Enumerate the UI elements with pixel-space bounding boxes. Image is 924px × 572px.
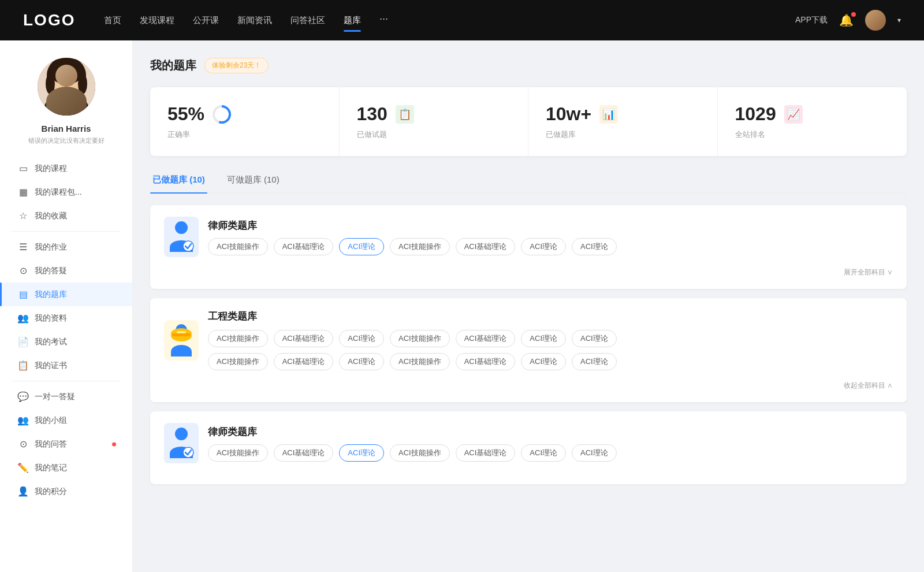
bank-tag[interactable]: ACI技能操作 bbox=[390, 444, 450, 462]
nav-qa[interactable]: 问答社区 bbox=[290, 13, 325, 28]
sidebar-item-mypoints[interactable]: 👤 我的积分 bbox=[0, 480, 132, 503]
bank-footer-1: 展开全部科目 ∨ bbox=[164, 266, 893, 277]
avatar[interactable] bbox=[865, 10, 886, 31]
nav-questionbank[interactable]: 题库 bbox=[344, 13, 361, 28]
menu-divider-1 bbox=[12, 231, 121, 232]
sidebar-item-mycertificate[interactable]: 📋 我的证书 bbox=[0, 354, 132, 377]
stat-label-banks: 已做题库 bbox=[546, 129, 700, 140]
sidebar-item-mynotes[interactable]: ✏️ 我的笔记 bbox=[0, 456, 132, 480]
bank-tag-active[interactable]: ACI理论 bbox=[339, 238, 384, 255]
course-icon: ▭ bbox=[17, 163, 29, 174]
sidebar-item-myfavorite[interactable]: ☆ 我的收藏 bbox=[0, 204, 132, 228]
page-header: 我的题库 体验剩余23天！ bbox=[150, 58, 907, 73]
bank-collapse-button[interactable]: 收起全部科目 ∧ bbox=[844, 381, 893, 389]
trial-badge: 体验剩余23天！ bbox=[204, 58, 269, 73]
list-icon: 📋 bbox=[398, 108, 411, 121]
avatar-image bbox=[38, 58, 95, 116]
menu-divider-2 bbox=[12, 381, 121, 381]
avatar-svg bbox=[38, 58, 95, 116]
svg-point-22 bbox=[175, 428, 188, 440]
bank-icon-engineer bbox=[164, 320, 199, 361]
sidebar-item-1on1[interactable]: 💬 一对一答疑 bbox=[0, 385, 132, 408]
svg-point-10 bbox=[65, 84, 68, 87]
bank-tags-1: ACI技能操作 ACI基础理论 ACI理论 ACI技能操作 ACI基础理论 AC… bbox=[208, 238, 617, 255]
tab-available-banks[interactable]: 可做题库 (10) bbox=[225, 170, 282, 192]
bank-card-header-1: 律师类题库 ACI技能操作 ACI基础理论 ACI理论 ACI技能操作 ACI基… bbox=[164, 217, 893, 257]
sidebar-item-myexam[interactable]: 📄 我的考试 bbox=[0, 330, 132, 354]
stat-value-ranking: 1029 bbox=[735, 103, 776, 125]
donut-chart bbox=[211, 104, 232, 125]
bank-tag[interactable]: ACI技能操作 bbox=[208, 238, 268, 255]
page-title: 我的题库 bbox=[150, 58, 196, 73]
sidebar-user-name: Brian Harris bbox=[42, 124, 91, 133]
bank-tag[interactable]: ACI技能操作 bbox=[390, 238, 450, 255]
bank-tag[interactable]: ACI技能操作 bbox=[208, 330, 268, 347]
stat-label-accuracy: 正确率 bbox=[167, 129, 322, 140]
sidebar-item-myqanda[interactable]: ⊙ 我的问答 bbox=[0, 432, 132, 456]
main-content: 我的题库 体验剩余23天！ 55% 正确率 bbox=[133, 40, 924, 572]
sidebar-item-myprofile[interactable]: 👥 我的资料 bbox=[0, 306, 132, 330]
bank-card-header-2: 工程类题库 ACI技能操作 ACI基础理论 ACI理论 ACI技能操作 ACI基… bbox=[164, 310, 893, 370]
notification-bell[interactable]: 🔔 bbox=[839, 13, 854, 27]
stat-icon-done: 📋 bbox=[394, 104, 415, 125]
bank-tag[interactable]: ACI基础理论 bbox=[456, 353, 516, 370]
bank-tag[interactable]: ACI理论 bbox=[521, 353, 566, 370]
bank-tag[interactable]: ACI基础理论 bbox=[274, 444, 334, 462]
bank-tag[interactable]: ACI基础理论 bbox=[456, 444, 516, 462]
nav-news[interactable]: 新闻资讯 bbox=[237, 13, 272, 28]
bank-tag[interactable]: ACI基础理论 bbox=[456, 238, 516, 255]
bank-icon-lawyer-2 bbox=[164, 423, 199, 463]
bank-tag[interactable]: ACI理论 bbox=[572, 238, 617, 255]
bank-tag[interactable]: ACI技能操作 bbox=[390, 330, 450, 347]
bank-tabs: 已做题库 (10) 可做题库 (10) bbox=[150, 170, 907, 194]
bank-title-1: 律师类题库 ACI技能操作 ACI基础理论 ACI理论 ACI技能操作 ACI基… bbox=[208, 219, 617, 255]
bank-tag-active[interactable]: ACI理论 bbox=[339, 444, 384, 462]
favorite-icon: ☆ bbox=[17, 210, 29, 221]
stat-top-banks: 10w+ 📊 bbox=[546, 103, 700, 125]
svg-point-8 bbox=[58, 80, 62, 83]
page-body: Brian Harris 错误的决定比没有决定要好 ▭ 我的课程 ▦ 我的课程包… bbox=[0, 40, 924, 572]
stat-done-questions: 130 📋 已做试题 bbox=[340, 87, 529, 156]
bank-tag[interactable]: ACI理论 bbox=[572, 444, 617, 462]
bank-tag[interactable]: ACI基础理论 bbox=[456, 330, 516, 347]
bank-tag[interactable]: ACI理论 bbox=[572, 330, 617, 347]
svg-point-14 bbox=[183, 241, 193, 251]
bank-tag[interactable]: ACI理论 bbox=[339, 353, 384, 370]
bank-tag[interactable]: ACI技能操作 bbox=[208, 444, 268, 462]
bank-tag[interactable]: ACI理论 bbox=[521, 238, 566, 255]
exam-icon: 📄 bbox=[17, 336, 29, 347]
bank-tags-engineer-row1: ACI技能操作 ACI基础理论 ACI理论 ACI技能操作 ACI基础理论 AC… bbox=[208, 330, 893, 347]
bank-tag[interactable]: ACI理论 bbox=[572, 353, 617, 370]
certificate-icon: 📋 bbox=[17, 360, 29, 371]
stat-ranking: 1029 📈 全站排名 bbox=[718, 87, 907, 156]
nav-more[interactable]: ··· bbox=[379, 13, 388, 28]
bank-tag[interactable]: ACI技能操作 bbox=[208, 353, 268, 370]
sidebar-item-myqa[interactable]: ⊙ 我的答疑 bbox=[0, 259, 132, 283]
bank-icon-lawyer bbox=[164, 217, 199, 257]
sidebar-item-myhomework[interactable]: ☰ 我的作业 bbox=[0, 235, 132, 259]
app-download-button[interactable]: APP下载 bbox=[795, 15, 828, 25]
bank-tag[interactable]: ACI基础理论 bbox=[274, 330, 334, 347]
bank-tag[interactable]: ACI理论 bbox=[339, 330, 384, 347]
bank-tag[interactable]: ACI基础理论 bbox=[274, 238, 334, 255]
bank-tag[interactable]: ACI基础理论 bbox=[274, 353, 334, 370]
nav-home[interactable]: 首页 bbox=[104, 13, 121, 28]
sidebar-item-mygroup[interactable]: 👥 我的小组 bbox=[0, 408, 132, 432]
svg-point-2 bbox=[53, 67, 80, 97]
bank-expand-button-1[interactable]: 展开全部科目 ∨ bbox=[844, 268, 893, 276]
bank-card-engineer: 工程类题库 ACI技能操作 ACI基础理论 ACI理论 ACI技能操作 ACI基… bbox=[150, 298, 907, 402]
ranking-chart-icon: 📈 bbox=[787, 108, 800, 121]
stat-done-banks: 10w+ 📊 已做题库 bbox=[528, 87, 718, 156]
tab-done-banks[interactable]: 已做题库 (10) bbox=[150, 170, 207, 192]
nav-discover[interactable]: 发现课程 bbox=[140, 13, 174, 28]
bank-tag[interactable]: ACI理论 bbox=[521, 444, 566, 462]
sidebar-item-mycoursepack[interactable]: ▦ 我的课程包... bbox=[0, 180, 132, 204]
avatar-dropdown-icon[interactable]: ▾ bbox=[897, 16, 901, 24]
sidebar-item-myquestionbank[interactable]: ▤ 我的题库 bbox=[0, 283, 132, 306]
svg-point-23 bbox=[183, 447, 193, 458]
nav-opencourse[interactable]: 公开课 bbox=[193, 13, 219, 28]
unread-dot bbox=[112, 442, 116, 446]
bank-tag[interactable]: ACI理论 bbox=[521, 330, 566, 347]
bank-tag[interactable]: ACI技能操作 bbox=[390, 353, 450, 370]
sidebar-item-mycourse[interactable]: ▭ 我的课程 bbox=[0, 157, 132, 180]
